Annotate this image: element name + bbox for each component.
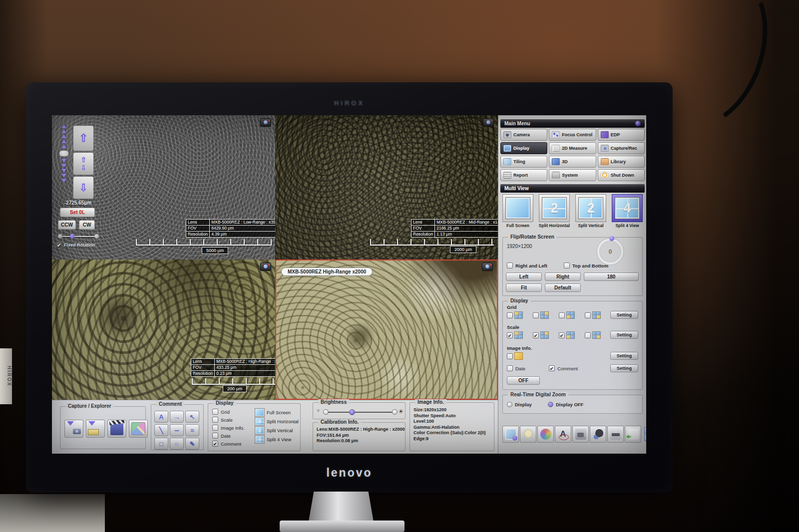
help-orb-icon[interactable] <box>635 121 641 126</box>
view-split-4[interactable]: 4Split 4 View <box>255 436 291 443</box>
rotate-right-button[interactable]: Right <box>545 272 581 281</box>
grid-option[interactable]: Grid <box>212 409 230 415</box>
layout-mini-grid[interactable] <box>644 427 646 441</box>
rotation-slider[interactable] <box>57 234 100 239</box>
scale-checkbox-3[interactable]: ✔ <box>559 332 565 338</box>
scale-option[interactable]: Scale <box>212 417 233 423</box>
rotate-cw-button[interactable]: CW <box>79 220 95 230</box>
menu-capture-rec-button[interactable]: Capture/Rec <box>598 142 645 154</box>
display-off-radio[interactable] <box>548 402 553 407</box>
viewport-high-range-700[interactable]: Lens MXB-5000REZ : High-Range : x700 FOV… <box>52 260 275 400</box>
fine-jog-strip[interactable] <box>59 124 69 183</box>
image-info-option[interactable]: Image Info. <box>212 425 245 431</box>
stage-down-button[interactable]: ⇩ <box>73 176 94 199</box>
stage-up-button[interactable]: ⇧ <box>73 125 94 151</box>
mode-split-horizontal[interactable]: 2 Split Horizontal <box>537 194 571 228</box>
mode-split-4-view[interactable]: 4 Split 4 View <box>610 194 644 228</box>
rotate-180-button[interactable]: 180 <box>584 272 639 281</box>
print-button[interactable] <box>607 426 624 443</box>
comment-option[interactable]: ✔ Comment <box>549 365 578 371</box>
menu-tiling-button[interactable]: Tiling <box>500 156 547 168</box>
set-zero-button[interactable]: Set 0L <box>60 208 95 217</box>
scale-checkbox[interactable] <box>212 417 218 423</box>
capture-camera-icon[interactable] <box>260 263 271 271</box>
comment-stamp-button[interactable]: ✎ <box>185 438 199 450</box>
brightness-thumb[interactable] <box>349 409 355 415</box>
menu-edp-button[interactable]: EDP <box>598 129 645 141</box>
digital-zoom-display-off-option[interactable]: Display OFF <box>548 402 583 407</box>
capture-image-button[interactable] <box>64 420 83 438</box>
viewport-high-range-2000-selected[interactable]: MXB-5000REZ High-Range x2000 <box>275 260 498 400</box>
brightness-track[interactable] <box>328 412 393 413</box>
comment-arrow-button[interactable]: → <box>170 411 184 423</box>
rotate-left-button[interactable]: Left <box>506 272 542 281</box>
view-split-horizontal[interactable]: 2Split Horizontal <box>255 418 299 425</box>
image-info-setting-button[interactable]: Setting <box>610 352 638 360</box>
menu-shutdown-button[interactable]: Shut Down <box>598 169 645 181</box>
menu-2d-measure-button[interactable]: 2D Measure <box>549 142 596 154</box>
capture-with-note-button[interactable] <box>86 420 105 438</box>
mode-full-screen[interactable]: Full Screen <box>501 194 535 228</box>
comment-line-button[interactable]: ╲ <box>154 424 168 436</box>
stage-step-button[interactable]: ⇧ ⇩ <box>73 152 94 175</box>
display-radio[interactable] <box>507 402 512 407</box>
menu-report-button[interactable]: Report <box>500 169 547 181</box>
export-document-button[interactable] <box>625 426 641 443</box>
flip-right-left-option[interactable]: Right and Left <box>507 263 547 268</box>
menu-camera-button[interactable]: Camera <box>500 129 547 141</box>
menu-display-button[interactable]: Display <box>500 142 547 154</box>
date-checkbox[interactable] <box>212 433 218 439</box>
capture-button[interactable] <box>572 426 589 443</box>
comment-checkbox[interactable]: ✔ <box>549 365 555 371</box>
record-movie-button[interactable] <box>107 420 126 438</box>
comment-wave-button[interactable]: ≈ <box>185 424 199 436</box>
color-palette-button[interactable] <box>537 426 554 443</box>
date-checkbox[interactable] <box>507 365 513 371</box>
fit-button[interactable]: Fit <box>506 283 542 292</box>
comment-option[interactable]: ✔Comment <box>212 441 241 447</box>
comment-circle-button[interactable]: ○ <box>170 438 184 450</box>
comment-pointer-button[interactable]: ↖ <box>185 411 199 423</box>
comment-checkbox[interactable]: ✔ <box>212 441 218 447</box>
window-layout-button[interactable] <box>502 426 519 443</box>
grid-checkbox-4[interactable] <box>585 312 591 318</box>
fixed-rotation-checkbox[interactable]: ✔ <box>56 242 62 248</box>
menu-system-button[interactable]: System <box>549 169 596 181</box>
capture-camera-icon[interactable] <box>260 118 271 127</box>
menu-3d-button[interactable]: 3D <box>549 156 596 168</box>
menu-focus-control-button[interactable]: Focus Control <box>549 129 596 141</box>
date-option[interactable]: Date <box>212 433 231 439</box>
grid-checkbox[interactable] <box>212 409 218 415</box>
grid-checkbox-2[interactable] <box>533 312 539 318</box>
jog-slider-knob[interactable] <box>59 150 69 157</box>
flip-top-bottom-option[interactable]: Top and Bottom <box>564 263 608 268</box>
comment-rectangle-button[interactable]: □ <box>154 438 168 450</box>
comment-text-button[interactable]: A <box>154 411 168 423</box>
view-full-screen[interactable]: Full Screen <box>255 409 291 416</box>
default-button[interactable]: Default <box>545 283 581 292</box>
capture-camera-icon[interactable] <box>482 263 493 271</box>
scale-setting-button[interactable]: Setting <box>610 331 638 339</box>
date-option[interactable]: Date <box>507 365 525 371</box>
microscope-button[interactable] <box>590 426 606 443</box>
rotation-dial[interactable]: 0 <box>597 239 623 265</box>
date-comment-setting-button[interactable]: Setting <box>610 364 638 372</box>
grid-setting-button[interactable]: Setting <box>610 311 638 319</box>
slider-thumb[interactable] <box>70 234 74 239</box>
scale-checkbox-4[interactable] <box>585 332 591 338</box>
illumination-button[interactable] <box>520 426 536 443</box>
display-off-button[interactable]: OFF <box>507 376 540 385</box>
image-explorer-button[interactable] <box>129 420 148 438</box>
right-left-checkbox[interactable] <box>507 263 513 268</box>
top-bottom-checkbox[interactable] <box>564 263 570 268</box>
scale-checkbox-1[interactable]: ✔ <box>507 332 513 338</box>
scale-checkbox-2[interactable]: ✔ <box>533 332 539 338</box>
comment-freehand-button[interactable]: ∼ <box>170 424 184 436</box>
mode-split-vertical[interactable]: 2 Split Vertical <box>574 194 608 228</box>
menu-library-button[interactable]: Library <box>598 156 645 168</box>
capture-camera-icon[interactable] <box>483 118 494 127</box>
view-split-vertical[interactable]: 2Split Vertical <box>255 427 293 434</box>
image-info-checkbox[interactable] <box>507 353 513 359</box>
grid-checkbox-3[interactable] <box>559 312 565 318</box>
viewport-mid-range[interactable]: Lens MXB-5000REZ : Mid-Range : x140 FOV … <box>275 115 498 260</box>
